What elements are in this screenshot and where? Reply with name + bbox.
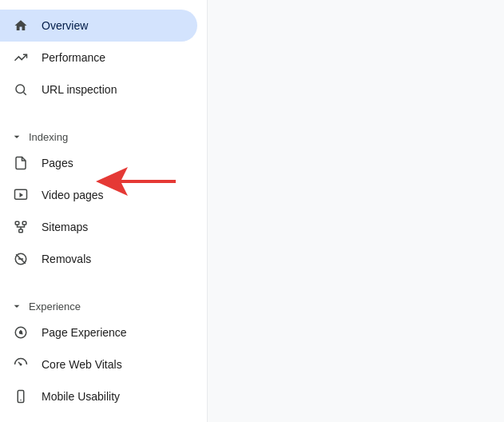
section-experience-label: Experience bbox=[29, 301, 81, 313]
video-document-icon bbox=[13, 187, 29, 203]
svg-point-13 bbox=[20, 400, 22, 401]
home-icon bbox=[13, 18, 29, 34]
page-experience-icon bbox=[13, 324, 29, 340]
sidebar-item-page-experience[interactable]: Page Experience bbox=[0, 316, 197, 348]
trending-up-icon bbox=[13, 50, 29, 66]
sidebar-item-video-pages[interactable]: Video pages bbox=[0, 179, 197, 211]
section-experience-header[interactable]: Experience bbox=[0, 291, 207, 316]
sidebar-item-url-inspection[interactable]: URL inspection bbox=[0, 74, 197, 106]
section-indexing-header[interactable]: Indexing bbox=[0, 121, 207, 147]
sidebar-item-mobile-usability-label: Mobile Usability bbox=[42, 390, 120, 403]
section-indexing-label: Indexing bbox=[29, 131, 68, 143]
svg-point-10 bbox=[20, 364, 22, 366]
search-icon bbox=[13, 82, 29, 98]
sidebar-item-removals-label: Removals bbox=[42, 253, 91, 265]
sidebar-item-overview-label: Overview bbox=[42, 19, 88, 32]
svg-rect-4 bbox=[22, 221, 26, 225]
svg-point-9 bbox=[19, 331, 23, 335]
svg-line-1 bbox=[23, 92, 26, 94]
sidebar-item-core-web-vitals[interactable]: Core Web Vitals bbox=[0, 348, 197, 380]
sidebar-item-page-experience-label: Page Experience bbox=[42, 326, 127, 339]
sidebar-item-core-web-vitals-label: Core Web Vitals bbox=[42, 358, 122, 371]
sidebar-item-performance-label: Performance bbox=[42, 51, 105, 64]
svg-rect-5 bbox=[19, 229, 23, 233]
sidebar-item-sitemaps[interactable]: Sitemaps bbox=[0, 211, 197, 243]
sidebar-item-pages-label: Pages bbox=[42, 157, 73, 169]
sidebar-item-mobile-usability[interactable]: Mobile Usability bbox=[0, 380, 197, 412]
document-icon bbox=[13, 155, 29, 171]
mobile-icon bbox=[13, 388, 29, 404]
sidebar-item-sitemaps-label: Sitemaps bbox=[42, 221, 88, 233]
sidebar-item-removals[interactable]: Removals bbox=[0, 243, 197, 275]
sidebar-item-overview[interactable]: Overview bbox=[0, 10, 197, 42]
sidebar-item-video-pages-label: Video pages bbox=[42, 189, 104, 201]
sidebar-item-pages[interactable]: Pages bbox=[0, 147, 197, 179]
svg-rect-3 bbox=[15, 221, 19, 225]
sidebar-item-performance[interactable]: Performance bbox=[0, 42, 197, 74]
svg-point-0 bbox=[16, 85, 25, 94]
chevron-indexing-icon bbox=[10, 129, 24, 144]
sidebar: Overview Performance URL inspection bbox=[0, 0, 208, 422]
gauge-icon bbox=[13, 356, 29, 372]
removals-icon bbox=[13, 251, 29, 267]
sidebar-item-url-inspection-label: URL inspection bbox=[42, 83, 117, 96]
chevron-experience-icon bbox=[10, 299, 24, 313]
sitemap-icon bbox=[13, 219, 29, 235]
